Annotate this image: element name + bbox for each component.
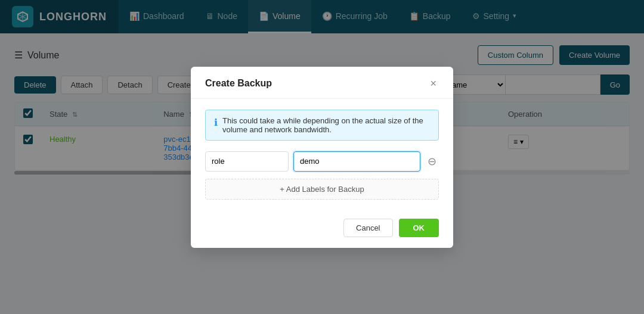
ok-button[interactable]: OK (399, 219, 439, 226)
modal-header: Create Backup × (191, 67, 453, 99)
modal-overlay: Create Backup × ℹ This could take a whil… (0, 0, 644, 226)
modal-info-text: This could take a while depending on the… (222, 116, 430, 134)
modal-body: ℹ This could take a while depending on t… (191, 99, 453, 210)
label-value-input[interactable] (293, 151, 420, 172)
modal-info-banner: ℹ This could take a while depending on t… (205, 110, 439, 141)
modal-close-button[interactable]: × (428, 77, 439, 90)
info-icon: ℹ (214, 117, 218, 128)
cancel-button[interactable]: Cancel (343, 219, 392, 226)
modal-footer: Cancel OK (191, 210, 453, 226)
create-backup-modal: Create Backup × ℹ This could take a whil… (191, 67, 453, 226)
remove-label-button[interactable]: ⊖ (425, 155, 439, 168)
modal-title: Create Backup (205, 78, 272, 89)
label-key-input[interactable] (205, 151, 289, 172)
add-labels-button[interactable]: + Add Labels for Backup (205, 179, 439, 200)
label-row: ⊖ (205, 151, 439, 172)
